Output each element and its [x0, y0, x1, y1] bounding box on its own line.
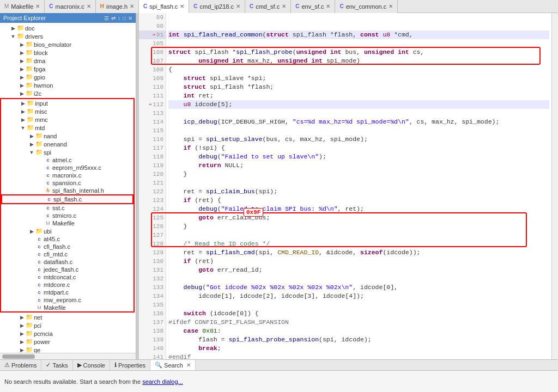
- bottom-content: No search results available. Start a sea…: [0, 371, 558, 392]
- tree-item-mtdconcat[interactable]: ▶ c mtdconcat.c: [1, 273, 134, 281]
- tree-item-qe[interactable]: ▶ 📁 qe: [0, 346, 136, 353]
- tree-item-spi-internal[interactable]: ▶ h spi_flash_internal.h: [1, 187, 134, 194]
- tree-item-atmel-c[interactable]: ▶ c atmel.c: [1, 156, 134, 164]
- tree-item-pci[interactable]: ▶ 📁 pci: [0, 321, 136, 329]
- tree-item-macronix[interactable]: ▶ c macronix.c: [1, 171, 134, 179]
- panel-icon-filter[interactable]: ⇄: [111, 15, 116, 21]
- tab-makefile[interactable]: M Makefile ✕: [0, 0, 45, 13]
- tab-image-h[interactable]: H image.h ✕: [96, 0, 139, 13]
- gutter-89: 89: [139, 13, 166, 22]
- tree-item-jedec[interactable]: ▶ c jedec_flash.c: [1, 266, 134, 273]
- gutter-138: 138: [139, 327, 166, 335]
- c-icon-2: C: [193, 3, 197, 9]
- bottom-tab-search[interactable]: 🔍 Search ✕: [150, 360, 196, 370]
- folder-icon-hwmon: 📁: [25, 82, 34, 89]
- tree-item-mw-eeprom[interactable]: ▶ c mw_eeprom.c: [1, 296, 134, 304]
- gutter-106: 106: [139, 48, 166, 57]
- folder-icon-drivers: 📁: [16, 33, 25, 40]
- tree-item-eeprom[interactable]: ▶ c eeprom_m95xxx.c: [1, 164, 134, 171]
- tree-hscroll[interactable]: [0, 353, 136, 359]
- panel-icon-menu[interactable]: ☰: [104, 15, 109, 21]
- tree-item-sst[interactable]: ▶ c sst.c: [1, 204, 134, 212]
- tab-close-cmd-sf[interactable]: ✕: [282, 3, 286, 9]
- tab-close-image-h[interactable]: ✕: [130, 3, 134, 9]
- bottom-tab-console[interactable]: ▶ Console: [73, 360, 110, 370]
- bottom-tab-tasks[interactable]: ✓ Tasks: [41, 360, 72, 370]
- marker-112: ⇒: [149, 100, 151, 109]
- gutter-128: 128: [139, 240, 166, 248]
- tab-close-env-common[interactable]: ✕: [389, 3, 393, 9]
- tree-item-mtdcore[interactable]: ▶ c mtdcore.c: [1, 281, 134, 289]
- tree-item-makefile-spi[interactable]: ▶ M Makefile: [1, 219, 134, 227]
- tree-item-onenand[interactable]: ▶ 📁 onenand: [1, 140, 134, 148]
- tree-item-mmc[interactable]: ▶ 📁 mmc: [1, 115, 134, 124]
- c-icon-active: C: [143, 3, 147, 9]
- tree-item-makefile-mtd[interactable]: ▶ M Makefile: [1, 304, 134, 311]
- gutter-126: 126: [139, 222, 166, 231]
- tab-cmd-sf[interactable]: C cmd_sf.c ✕: [245, 0, 291, 13]
- line-num-139: 139: [153, 335, 163, 344]
- tree-item-fpga[interactable]: ▶ 📁 fpga: [0, 65, 136, 73]
- code-line-130: if (ret): [168, 257, 549, 266]
- folder-icon-doc: 📁: [16, 24, 25, 32]
- tree-item-cfi-flash[interactable]: ▶ c cfi_flash.c: [1, 243, 134, 250]
- panel-icon-close[interactable]: ✕: [128, 15, 132, 21]
- folder-icon-spi: 📁: [35, 149, 44, 156]
- tree-item-net[interactable]: ▶ 📁 net: [0, 313, 136, 321]
- tree-item-i2c[interactable]: ▶ 📁 i2c: [0, 89, 136, 97]
- tree-item-dma[interactable]: ▶ 📁 dma: [0, 57, 136, 65]
- tree-item-doc[interactable]: ▶ 📁 doc: [0, 24, 136, 32]
- tree-hscroll-thumb: [2, 354, 35, 359]
- tree-item-nand[interactable]: ▶ 📁 nand: [1, 132, 134, 140]
- folder-icon-mmc: 📁: [26, 116, 35, 123]
- tree-item-bios[interactable]: ▶ 📁 bios_emulator: [0, 40, 136, 48]
- tree-item-block[interactable]: ▶ 📁 block: [0, 48, 136, 57]
- tab-spi-flash-c[interactable]: C spi_flash.c ✕: [139, 0, 189, 13]
- code-vscroll[interactable]: [551, 13, 558, 359]
- tab-close-env-sf[interactable]: ✕: [326, 3, 330, 9]
- tab-close-makefile[interactable]: ✕: [35, 3, 40, 9]
- code-line-122: ret = spi_claim_bus(spi);: [168, 187, 549, 196]
- tree-item-spi[interactable]: ▼ 📁 spi: [1, 148, 134, 156]
- tree-item-stmicro[interactable]: ▶ c stmicro.c: [1, 212, 134, 219]
- code-scroll-area[interactable]: 0x9F 89 90 ⇒ 91 105 106 107 108 109 110: [139, 13, 558, 359]
- tab-close-spi-flash[interactable]: ✕: [180, 3, 184, 9]
- tree-item-at45[interactable]: ▶ c at45.c: [1, 235, 134, 243]
- code-line-140: break;: [168, 344, 549, 353]
- line-num-134: 134: [153, 292, 163, 301]
- tree-item-drivers[interactable]: ▼ 📁 drivers: [0, 32, 136, 40]
- gutter-129: 129: [139, 248, 166, 257]
- gutter-107: 107: [139, 57, 166, 65]
- tree-item-spi-flash-c[interactable]: ▶ c spi_flash.c: [1, 194, 134, 204]
- gutter-127: 127: [139, 231, 166, 240]
- gutter-117: 117: [139, 144, 166, 152]
- line-num-89: 89: [156, 13, 163, 22]
- tree-item-gpio[interactable]: ▶ 📁 gpio: [0, 73, 136, 81]
- tab-macronix[interactable]: C macronix.c ✕: [45, 0, 95, 13]
- panel-icon-collapse[interactable]: ↕: [118, 15, 120, 21]
- tab-env-sf[interactable]: C env_sf.c ✕: [291, 0, 335, 13]
- bottom-tab-properties[interactable]: ℹ Properties: [110, 360, 150, 370]
- panel-icon-maximize[interactable]: □: [123, 15, 126, 21]
- search-tab-close[interactable]: ✕: [186, 362, 191, 368]
- tab-cmd-ip218[interactable]: C cmd_ip218.c ✕: [189, 0, 245, 13]
- search-dialog-link[interactable]: search dialog...: [142, 378, 183, 385]
- tree-item-pcmcia[interactable]: ▶ 📁 pcmcia: [0, 329, 136, 338]
- problems-icon: ⚠: [4, 362, 10, 369]
- bottom-panel: ⚠ Problems ✓ Tasks ▶ Console ℹ Propertie…: [0, 359, 558, 392]
- tree-item-mtd[interactable]: ▼ 📁 mtd: [1, 124, 134, 132]
- tree-item-power[interactable]: ▶ 📁 power: [0, 338, 136, 346]
- tab-close-cmd-ip218[interactable]: ✕: [236, 3, 240, 9]
- tree-item-spansion[interactable]: ▶ c spansion.c: [1, 179, 134, 187]
- tree-item-cfi-mtd[interactable]: ▶ c cfi_mtd.c: [1, 250, 134, 258]
- tab-close-macronix[interactable]: ✕: [87, 3, 91, 9]
- tree-item-input[interactable]: ▶ 📁 input: [1, 99, 134, 107]
- folder-icon-gpio: 📁: [25, 74, 34, 81]
- tree-item-mtdpart[interactable]: ▶ c mtdpart.c: [1, 289, 134, 296]
- tree-item-hwmon[interactable]: ▶ 📁 hwmon: [0, 81, 136, 89]
- tree-item-dataflash[interactable]: ▶ c dataflash.c: [1, 258, 134, 266]
- tab-env-common[interactable]: C env_common.c ✕: [335, 0, 398, 13]
- bottom-tab-problems[interactable]: ⚠ Problems: [0, 360, 41, 370]
- tree-item-ubi[interactable]: ▶ 📁 ubi: [1, 227, 134, 235]
- tree-item-misc[interactable]: ▶ 📁 misc: [1, 107, 134, 115]
